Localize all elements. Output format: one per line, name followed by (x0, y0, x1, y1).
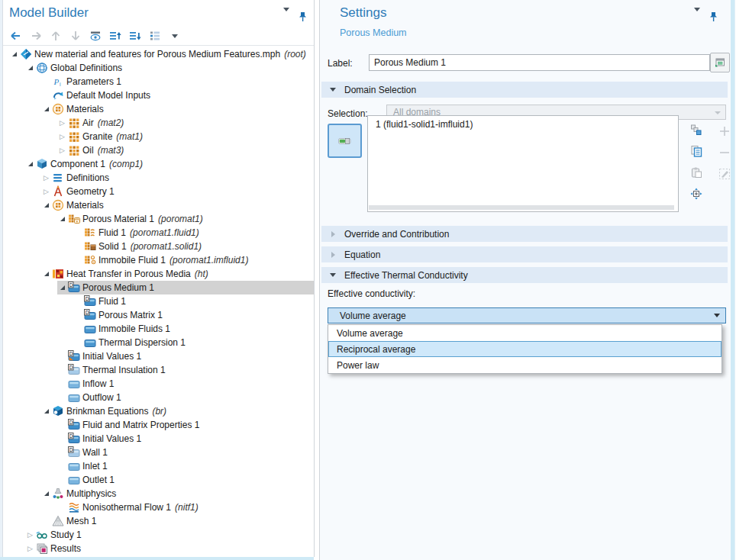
expand-arrow-icon[interactable] (41, 487, 51, 500)
collapse-arrow-icon[interactable]: ▷ (25, 542, 35, 555)
dropdown-option[interactable]: Power law (328, 357, 721, 373)
tree-item[interactable]: DInitial Values 1 (3, 432, 314, 446)
tree-item[interactable]: Immobile Fluids 1 (3, 322, 314, 336)
tree-item[interactable]: Thermal Dispersion 1 (3, 336, 314, 349)
collapse-arrow-icon[interactable]: ▷ (25, 528, 35, 542)
domain-selection-list-item[interactable]: 1 (fluid1-solid1-imfluid1) (368, 116, 678, 130)
tree-item[interactable]: Materials (3, 198, 314, 212)
section-domain-selection[interactable]: Domain Selection (321, 82, 728, 98)
list-horizontal-scrollbar[interactable] (369, 205, 674, 210)
rename-note-button[interactable] (710, 53, 730, 72)
tree-item[interactable]: PiParameters 1 (3, 75, 314, 89)
settings-subtitle[interactable]: Porous Medium (340, 27, 407, 38)
section-equation[interactable]: Equation (321, 246, 728, 262)
tree-item[interactable]: ▷Air(mat2) (3, 116, 314, 130)
copy-selection-button[interactable] (689, 140, 703, 162)
tree-indent (41, 514, 51, 528)
bottom-scroll-strip[interactable] (0, 557, 314, 560)
geometry-icon (51, 185, 64, 198)
tree-item[interactable]: New material and features for Porous Med… (3, 47, 314, 61)
move-down-button[interactable] (128, 30, 141, 43)
tree-item[interactable]: DPorous Matrix 1 (3, 308, 314, 322)
tree-item[interactable]: Fluid 1(poromat1.fluid1) (3, 226, 314, 240)
tree-item[interactable]: ▷Definitions (3, 171, 314, 185)
expand-arrow-icon[interactable] (57, 281, 67, 294)
collapse-arrow-icon[interactable]: ▷ (41, 185, 51, 198)
panel-menu-caret-icon[interactable] (694, 11, 700, 22)
tree-item[interactable]: ▷Geometry 1 (3, 185, 314, 198)
tree-item[interactable]: DPorous Medium 1 (3, 281, 314, 294)
tree-item[interactable]: Heat Transfer in Porous Media(ht) (3, 267, 314, 281)
tree-item[interactable]: ▷Oil(mat3) (3, 143, 314, 157)
tree-item[interactable]: DThermal Insulation 1 (3, 363, 314, 377)
section-override-contribution[interactable]: Override and Contribution (321, 226, 728, 242)
panel-menu-caret-icon[interactable] (283, 11, 289, 22)
tree-item[interactable]: DFluid and Matrix Properties 1 (3, 418, 314, 432)
back-button[interactable] (9, 30, 22, 43)
down-button[interactable] (69, 30, 82, 43)
collapse-arrow-icon[interactable]: ▷ (57, 116, 67, 130)
section-title: Equation (344, 249, 380, 260)
dropdown-option[interactable]: Reciprocal average (328, 341, 721, 357)
remove-from-selection-button[interactable] (718, 142, 731, 163)
mesh-icon (51, 515, 64, 527)
label-input[interactable] (369, 54, 710, 71)
up-button[interactable] (49, 30, 62, 43)
tree-item[interactable]: Component 1(comp1) (3, 157, 314, 171)
tree-item[interactable]: Materials (3, 102, 314, 116)
add-to-selection-button[interactable] (718, 121, 731, 142)
tree-item[interactable]: Nonisothermal Flow 1(nitf1) (3, 500, 314, 514)
tree-item[interactable]: Immobile Fluid 1(poromat1.imfluid1) (3, 253, 314, 267)
tree-item[interactable]: Global Definitions (3, 61, 314, 75)
tree-item[interactable]: Outflow 1 (3, 391, 314, 404)
tree-item[interactable]: ▷Study 1 (3, 528, 314, 542)
tree-item[interactable]: Outlet 1 (3, 473, 314, 487)
tree-item[interactable]: ▷Granite(mat1) (3, 130, 314, 143)
tree-item[interactable]: Inflow 1 (3, 377, 314, 391)
svg-text:P: P (53, 77, 59, 86)
tree-item[interactable]: Porous Material 1(poromat1) (3, 212, 314, 226)
tree-item[interactable]: DFluid 1 (3, 294, 314, 308)
collapse-arrow-icon[interactable]: ▷ (57, 130, 67, 143)
expand-arrow-icon[interactable] (41, 102, 51, 116)
tree-item[interactable]: Mesh 1 (3, 514, 314, 528)
tree-item[interactable]: Multiphysics (3, 487, 314, 500)
effective-conductivity-combobox[interactable]: Volume average (328, 307, 726, 323)
expand-arrow-icon[interactable] (25, 61, 35, 75)
active-selection-toggle[interactable] (328, 124, 362, 158)
domain-selection-list[interactable]: 1 (fluid1-solid1-imfluid1) (367, 115, 679, 212)
expand-arrow-icon[interactable] (41, 404, 51, 418)
expand-arrow-icon[interactable] (41, 198, 51, 212)
tree-item-label: Mesh 1 (66, 516, 96, 526)
collapse-arrow-icon[interactable]: ▷ (41, 171, 51, 185)
expand-arrow-icon[interactable] (9, 47, 19, 61)
tree-item[interactable]: Solid 1(poromat1.solid1) (3, 240, 314, 253)
zoom-to-selection-button[interactable] (689, 183, 703, 204)
expand-arrow-icon[interactable] (25, 157, 35, 171)
show-button[interactable] (89, 30, 102, 43)
expand-arrow-icon[interactable] (57, 212, 67, 226)
chevron-down-icon (715, 111, 721, 114)
tree-item-label: Fluid 1 (98, 227, 126, 238)
section-effective-thermal-conductivity[interactable]: Effective Thermal Conductivity (321, 267, 728, 283)
tree-item[interactable]: DWall 1 (3, 446, 314, 459)
collapse-arrow-icon[interactable]: ▷ (57, 143, 67, 157)
tree-item[interactable]: ▷Results (3, 542, 314, 555)
dropdown-option[interactable]: Volume average (328, 325, 721, 341)
right-scroll-strip[interactable] (730, 0, 735, 560)
pin-icon[interactable] (296, 11, 309, 23)
tree-item[interactable]: Default Model Inputs (3, 89, 314, 102)
paste-selection-button[interactable] (689, 162, 703, 183)
collapse-all-button[interactable] (148, 30, 161, 43)
pin-icon[interactable] (707, 11, 720, 23)
clear-selection-button[interactable] (718, 163, 731, 185)
toolbar-caret-button[interactable] (168, 30, 181, 43)
tree-item[interactable]: DInitial Values 1 (3, 349, 314, 363)
tree-item[interactable]: Brinkman Equations(br) (3, 404, 314, 418)
tree-item[interactable]: Inlet 1 (3, 459, 314, 473)
forward-icon (29, 30, 42, 42)
create-selection-button[interactable] (689, 119, 703, 140)
expand-arrow-icon[interactable] (41, 267, 51, 281)
move-up-button[interactable] (108, 30, 121, 43)
forward-button[interactable] (29, 30, 42, 43)
